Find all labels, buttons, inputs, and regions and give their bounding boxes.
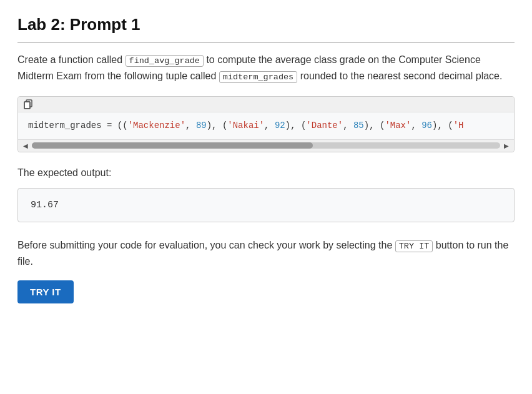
page-title: Lab 2: Prompt 1 [17,15,515,43]
copy-icon[interactable] [23,99,33,109]
code-str-1: 'Mackenzie' [128,121,185,131]
code-block: midterm_grades = (('Mackenzie', 89), ('N… [17,96,515,152]
bottom-text-1: Before submitting your code for evaluati… [17,240,395,250]
function-name-inline: find_avg_grade [126,55,204,67]
bottom-description: Before submitting your code for evaluati… [17,237,515,269]
description-text-1: Create a function called [17,54,126,65]
scrollbar-row: ◀ ▶ [18,139,514,152]
output-value: 91.67 [31,200,59,210]
scroll-left-arrow[interactable]: ◀ [22,142,29,149]
scroll-right-arrow[interactable]: ▶ [503,142,510,149]
try-it-inline: TRY IT [395,240,433,252]
expected-output-label: The expected output: [17,165,515,181]
tuple-name-inline: midterm_grades [219,71,297,83]
code-var-name: midterm_grades = (( [28,121,128,131]
code-scroll-area: midterm_grades = (('Mackenzie', 89), ('N… [18,112,514,139]
try-it-button[interactable]: TRY IT [17,280,74,303]
description-paragraph: Create a function called find_avg_grade … [17,52,515,84]
code-line: midterm_grades = (('Mackenzie', 89), ('N… [18,119,514,132]
description-text-3: rounded to the nearest second decimal pl… [297,71,502,81]
output-box: 91.67 [17,188,515,222]
code-toolbar [18,97,514,112]
scrollbar-track[interactable] [32,142,500,149]
scrollbar-thumb [32,142,313,149]
svg-rect-1 [24,102,30,109]
